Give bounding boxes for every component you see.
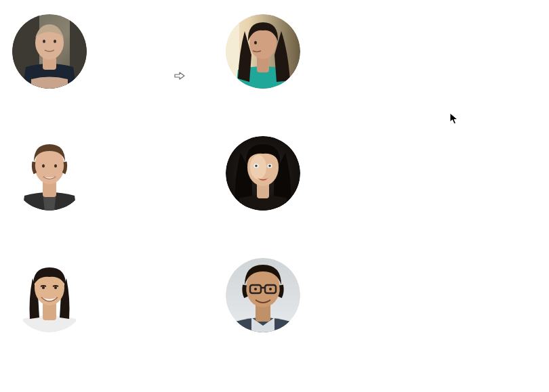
svg-point-19 (54, 165, 57, 168)
avatar-1[interactable] (12, 14, 87, 89)
avatar-4[interactable] (226, 136, 300, 211)
arrow-right-icon (174, 70, 185, 79)
svg-point-34 (54, 286, 57, 289)
svg-point-7 (54, 40, 56, 43)
avatar-grid (0, 0, 549, 392)
avatar-2[interactable] (226, 14, 300, 89)
svg-point-6 (43, 40, 45, 43)
svg-point-33 (42, 286, 45, 289)
cursor-icon (449, 112, 459, 125)
svg-point-18 (42, 165, 45, 168)
svg-point-42 (254, 288, 257, 290)
avatar-3[interactable] (12, 136, 87, 211)
avatar-6[interactable] (226, 258, 300, 332)
avatar-5[interactable] (12, 258, 87, 332)
svg-point-43 (269, 288, 272, 290)
svg-point-24 (250, 155, 266, 179)
svg-point-13 (254, 41, 257, 45)
svg-point-27 (255, 165, 258, 167)
svg-point-28 (268, 165, 271, 167)
